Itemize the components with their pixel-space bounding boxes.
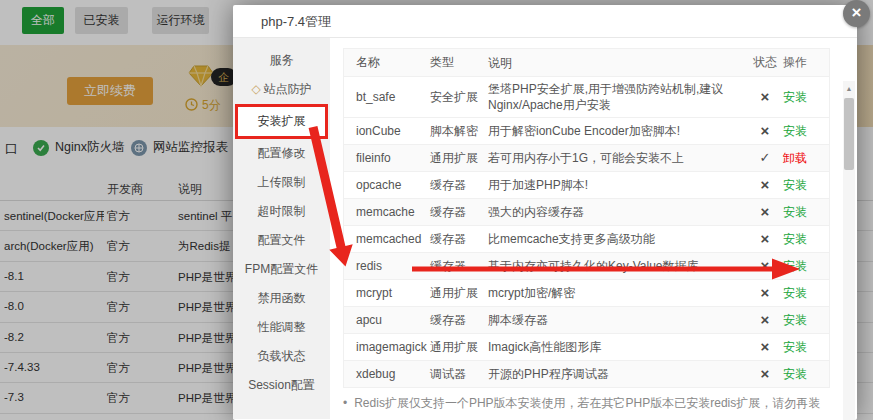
install-link-memcache[interactable]: 安装 bbox=[783, 205, 807, 219]
status-cell: ✓ bbox=[747, 151, 783, 165]
sidebar-item-disabled-functions[interactable]: 禁用函数 bbox=[233, 284, 330, 313]
sidebar-item-install-extension[interactable]: 安装扩展 bbox=[235, 104, 328, 139]
extension-name: opcache bbox=[344, 178, 430, 192]
extension-row-bt_safe: bt_safe安全扩展堡塔PHP安全扩展,用于增强防跨站机制,建议Nginx/A… bbox=[344, 76, 829, 117]
sidebar-item-label: 站点防护 bbox=[264, 82, 312, 96]
col-type: 类型 bbox=[430, 54, 488, 71]
action-cell: 卸载 bbox=[783, 150, 829, 167]
action-cell: 安装 bbox=[783, 123, 829, 140]
uninstall-link-fileinfo[interactable]: 卸载 bbox=[783, 151, 807, 165]
sidebar-item-config-file[interactable]: 配置文件 bbox=[233, 226, 330, 255]
sidebar-item-session-config[interactable]: Session配置 bbox=[233, 371, 330, 400]
sidebar-item-label: 上传限制 bbox=[258, 175, 306, 189]
extension-desc: mcrypt加密/解密 bbox=[488, 281, 747, 305]
not-installed-cross-icon: × bbox=[761, 230, 770, 247]
table-scrollbar[interactable]: ▲ ▼ bbox=[843, 81, 855, 420]
extension-type: 缓存器 bbox=[430, 177, 488, 194]
status-cell: × bbox=[747, 366, 783, 382]
not-installed-cross-icon: × bbox=[761, 311, 770, 328]
sidebar-item-label: 禁用函数 bbox=[258, 291, 306, 305]
extension-type: 通用扩展 bbox=[430, 285, 488, 302]
extension-name: memcache bbox=[344, 205, 430, 219]
sidebar-item-upload-limit[interactable]: 上传限制 bbox=[233, 168, 330, 197]
sidebar-item-label: 配置修改 bbox=[258, 146, 306, 160]
install-link-xdebug[interactable]: 安装 bbox=[783, 367, 807, 381]
status-cell: × bbox=[747, 177, 783, 193]
sidebar-item-label: 负载状态 bbox=[258, 349, 306, 363]
not-installed-cross-icon: × bbox=[761, 284, 770, 301]
extension-row-redis: redis缓存器基于内存亦可持久化的Key-Value数据库×安装 bbox=[344, 252, 829, 279]
install-link-mcrypt[interactable]: 安装 bbox=[783, 286, 807, 300]
php-manage-dialog: php-7.4管理 服务◇站点防护安装扩展配置修改上传限制超时限制配置文件FPM… bbox=[233, 5, 857, 420]
sidebar-item-site-protection[interactable]: ◇站点防护 bbox=[233, 75, 330, 104]
action-cell: 安装 bbox=[783, 339, 829, 356]
screen: 全部 已安装 运行环境 立即续费 企 bbox=[0, 0, 873, 420]
status-cell: × bbox=[747, 231, 783, 247]
install-link-ionCube[interactable]: 安装 bbox=[783, 124, 807, 138]
sidebar-item-label: FPM配置文件 bbox=[245, 262, 318, 276]
status-cell: × bbox=[747, 339, 783, 355]
col-name: 名称 bbox=[344, 54, 430, 71]
dialog-body: 服务◇站点防护安装扩展配置修改上传限制超时限制配置文件FPM配置文件禁用函数性能… bbox=[233, 38, 857, 419]
extension-name: redis bbox=[344, 259, 430, 273]
status-cell: × bbox=[747, 285, 783, 301]
status-cell: × bbox=[747, 123, 783, 139]
sidebar-item-performance-tuning[interactable]: 性能调整 bbox=[233, 313, 330, 342]
sidebar-item-label: Session配置 bbox=[248, 378, 315, 392]
sidebar-item-timeout-limit[interactable]: 超时限制 bbox=[233, 197, 330, 226]
sidebar-item-label: 性能调整 bbox=[258, 320, 306, 334]
extension-row-memcache: memcache缓存器强大的内容缓存器×安装 bbox=[344, 198, 829, 225]
extension-desc: 脚本缓存器 bbox=[488, 308, 747, 332]
extension-row-xdebug: xdebug调试器开源的PHP程序调试器×安装 bbox=[344, 360, 829, 387]
extension-row-imagemagick: imagemagick通用扩展Imagick高性能图形库×安装 bbox=[344, 333, 829, 360]
install-link-bt_safe[interactable]: 安装 bbox=[783, 90, 807, 104]
extension-type: 缓存器 bbox=[430, 258, 488, 275]
extension-desc: 堡塔PHP安全扩展,用于增强防跨站机制,建议Nginx/Apache用户安装 bbox=[488, 77, 747, 117]
action-cell: 安装 bbox=[783, 231, 829, 248]
redis-note-text: Redis扩展仅支持一个PHP版本安装使用，若在其它PHP版本已安装redis扩… bbox=[354, 396, 820, 410]
extension-desc: 比memcache支持更多高级功能 bbox=[488, 227, 747, 251]
extension-name: ionCube bbox=[344, 124, 430, 138]
extension-row-apcu: apcu缓存器脚本缓存器×安装 bbox=[344, 306, 829, 333]
extension-name: fileinfo bbox=[344, 151, 430, 165]
extension-desc: 若可用内存小于1G，可能会安装不上 bbox=[488, 146, 747, 170]
extension-type: 调试器 bbox=[430, 366, 488, 383]
install-link-opcache[interactable]: 安装 bbox=[783, 178, 807, 192]
action-cell: 安装 bbox=[783, 258, 829, 275]
action-cell: 安装 bbox=[783, 366, 829, 383]
sidebar-item-label: 超时限制 bbox=[258, 204, 306, 218]
col-desc: 说明 bbox=[488, 51, 747, 75]
not-installed-cross-icon: × bbox=[761, 338, 770, 355]
action-cell: 安装 bbox=[783, 204, 829, 221]
install-link-apcu[interactable]: 安装 bbox=[783, 313, 807, 327]
install-link-memcached[interactable]: 安装 bbox=[783, 232, 807, 246]
extension-row-mcrypt: mcrypt通用扩展mcrypt加密/解密×安装 bbox=[344, 279, 829, 306]
extension-name: imagemagick bbox=[344, 340, 430, 354]
modal-sidebar: 服务◇站点防护安装扩展配置修改上传限制超时限制配置文件FPM配置文件禁用函数性能… bbox=[233, 38, 330, 419]
col-status: 状态 bbox=[747, 54, 783, 71]
not-installed-cross-icon: × bbox=[761, 88, 770, 105]
status-cell: × bbox=[747, 89, 783, 105]
extension-name: bt_safe bbox=[344, 90, 430, 104]
sidebar-item-config-modify[interactable]: 配置修改 bbox=[233, 139, 330, 168]
install-link-redis[interactable]: 安装 bbox=[783, 259, 807, 273]
install-link-imagemagick[interactable]: 安装 bbox=[783, 340, 807, 354]
extension-desc: 用于加速PHP脚本! bbox=[488, 173, 747, 197]
extension-type: 缓存器 bbox=[430, 231, 488, 248]
sidebar-item-service[interactable]: 服务 bbox=[233, 46, 330, 75]
not-installed-cross-icon: × bbox=[761, 257, 770, 274]
extension-desc: 开源的PHP程序调试器 bbox=[488, 362, 747, 386]
sidebar-item-fpm-config-file[interactable]: FPM配置文件 bbox=[233, 255, 330, 284]
action-cell: 安装 bbox=[783, 285, 829, 302]
extensions-table: 名称 类型 说明 状态 操作 bt_safe安全扩展堡塔PHP安全扩展,用于增强… bbox=[343, 48, 830, 388]
installed-check-icon: ✓ bbox=[760, 150, 771, 165]
sidebar-item-load-status[interactable]: 负载状态 bbox=[233, 342, 330, 371]
extension-row-opcache: opcache缓存器用于加速PHP脚本!×安装 bbox=[344, 171, 829, 198]
scrollbar-thumb[interactable] bbox=[844, 98, 854, 170]
extension-type: 通用扩展 bbox=[430, 339, 488, 356]
modal-content: 名称 类型 说明 状态 操作 bt_safe安全扩展堡塔PHP安全扩展,用于增强… bbox=[330, 38, 857, 419]
action-cell: 安装 bbox=[783, 177, 829, 194]
status-cell: × bbox=[747, 312, 783, 328]
scroll-up-icon[interactable]: ▲ bbox=[843, 83, 855, 95]
close-button[interactable]: × bbox=[843, 0, 870, 27]
